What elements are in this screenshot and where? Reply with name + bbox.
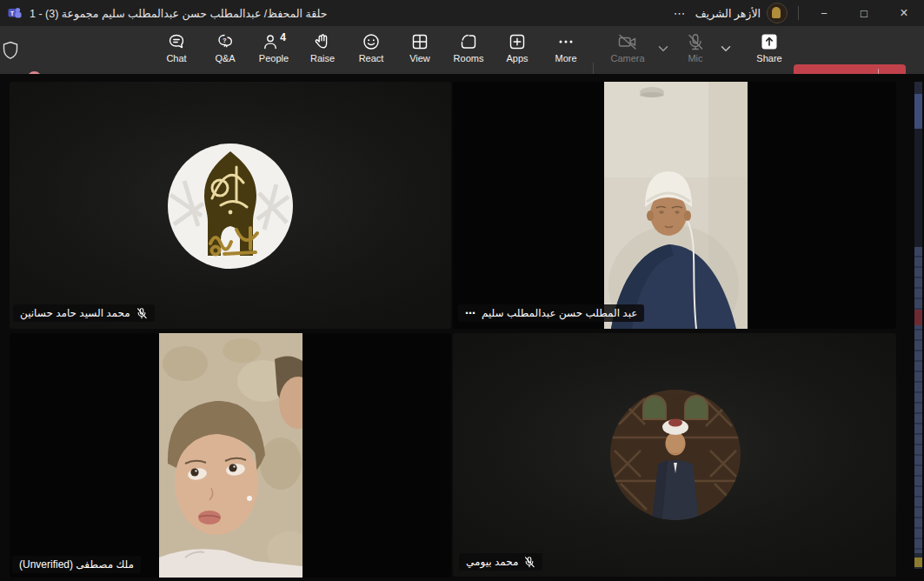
titlebar-more-icon[interactable]: ⋯ xyxy=(665,6,695,20)
participant-tile-bottom-right[interactable]: محمد بيومي xyxy=(453,333,896,577)
participant-name: محمد السيد حامد حسانين xyxy=(20,307,130,319)
react-icon xyxy=(362,32,381,51)
raise-hand-icon xyxy=(313,32,332,51)
qa-button[interactable]: ? Q&A xyxy=(201,30,249,70)
share-button[interactable]: Share xyxy=(744,30,794,70)
mic-button: Mic xyxy=(675,30,716,70)
participant-menu-icon[interactable]: ⋯ xyxy=(465,307,476,319)
qa-label: Q&A xyxy=(215,53,235,63)
close-button[interactable]: × xyxy=(884,0,924,26)
people-label: People xyxy=(259,53,289,63)
react-button[interactable]: React xyxy=(347,30,396,70)
camera-label: Camera xyxy=(610,53,644,63)
mic-options-chevron[interactable] xyxy=(716,37,735,59)
rooms-icon xyxy=(459,32,478,51)
shield-icon xyxy=(2,41,19,60)
participant-video xyxy=(604,82,748,329)
meeting-title: حلقة المحفظ/ عبدالمطلب حسن عبدالمطلب سلي… xyxy=(30,7,327,20)
titlebar: T حلقة المحفظ/ عبدالمطلب حسن عبدالمطلب س… xyxy=(0,0,924,26)
qa-icon: ? xyxy=(216,32,236,51)
teams-icon: T xyxy=(8,6,22,20)
mic-off-icon xyxy=(686,32,705,51)
chat-button[interactable]: Chat xyxy=(152,30,201,70)
svg-text:?: ? xyxy=(223,36,227,43)
video-grid: محمد السيد حامد حسانين xyxy=(0,74,924,581)
rooms-button[interactable]: Rooms xyxy=(444,30,493,70)
participant-tile-top-right[interactable]: ⋯ عبد المطلب حسن عبدالمطلب سليم xyxy=(453,82,896,329)
name-label: محمد بيومي xyxy=(459,553,542,571)
camera-off-icon xyxy=(617,32,638,51)
raise-hand-button[interactable]: Raise xyxy=(298,30,347,70)
participant-name: محمد بيومي xyxy=(466,556,518,568)
react-label: React xyxy=(359,53,384,63)
participant-name: عبد المطلب حسن عبدالمطلب سليم xyxy=(482,307,637,319)
participant-tile-bottom-left[interactable]: ملك مصطفى (Unverified) xyxy=(10,333,451,578)
participant-name: ملك مصطفى (Unverified) xyxy=(19,558,134,571)
minimize-button[interactable]: − xyxy=(804,0,844,26)
rooms-label: Rooms xyxy=(454,53,484,63)
mic-label: Mic xyxy=(688,53,702,63)
name-label: ملك مصطفى (Unverified) xyxy=(12,556,141,573)
account-avatar xyxy=(767,3,788,23)
chat-icon xyxy=(167,32,186,51)
apps-button[interactable]: Apps xyxy=(493,30,542,70)
account-chip[interactable]: الأزهر الشريف xyxy=(695,3,788,23)
maximize-button[interactable]: □ xyxy=(844,0,884,26)
more-label: More xyxy=(555,53,576,63)
camera-options-chevron[interactable] xyxy=(654,37,673,59)
view-icon xyxy=(410,32,429,51)
edge-content-strip xyxy=(914,82,922,569)
more-icon xyxy=(556,32,575,51)
chat-label: Chat xyxy=(166,53,186,63)
account-name: الأزهر الشريف xyxy=(695,7,761,20)
apps-icon xyxy=(508,32,527,51)
apps-label: Apps xyxy=(506,53,528,63)
view-button[interactable]: View xyxy=(396,30,444,70)
more-button[interactable]: More xyxy=(542,30,590,70)
titlebar-divider xyxy=(798,6,799,20)
share-icon xyxy=(759,31,780,52)
mic-muted-icon xyxy=(523,556,535,568)
participant-logo-avatar xyxy=(167,143,294,270)
participant-photo-avatar xyxy=(610,390,741,520)
share-label: Share xyxy=(756,53,781,63)
svg-text:T: T xyxy=(10,10,14,17)
raise-label: Raise xyxy=(310,53,335,63)
mic-muted-icon xyxy=(136,307,148,319)
name-label: ⋯ عبد المطلب حسن عبدالمطلب سليم xyxy=(458,304,644,322)
participant-video xyxy=(159,333,302,578)
people-icon xyxy=(262,32,279,51)
people-count-badge: 4 xyxy=(280,31,286,43)
people-button[interactable]: 4 People xyxy=(249,30,298,70)
meeting-toolbar: 44:07 Chat ? Q&A 4 xyxy=(0,26,924,75)
participant-tile-top-left[interactable]: محمد السيد حامد حسانين xyxy=(10,82,451,329)
name-label: محمد السيد حامد حسانين xyxy=(13,304,155,322)
view-label: View xyxy=(409,53,430,63)
camera-button: Camera xyxy=(602,30,654,70)
